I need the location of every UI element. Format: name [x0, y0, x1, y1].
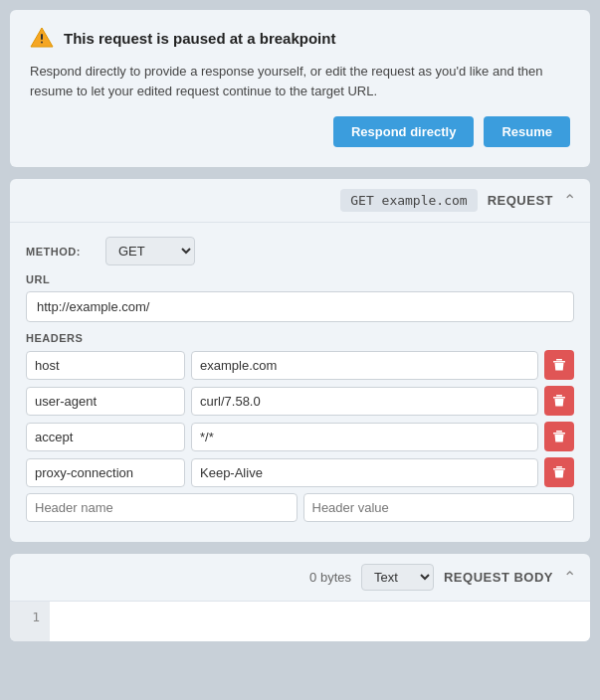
- request-panel-body: METHOD: GET POST PUT DELETE PATCH URL HE…: [10, 223, 590, 542]
- request-panel-header: GET example.com REQUEST ⌃: [10, 179, 590, 223]
- header-name-user-agent[interactable]: [26, 387, 185, 416]
- url-section: URL: [26, 273, 574, 322]
- bytes-display: 0 bytes: [309, 570, 351, 585]
- header-name-accept[interactable]: [26, 423, 185, 451]
- request-panel: GET example.com REQUEST ⌃ METHOD: GET PO…: [10, 179, 590, 542]
- svg-rect-6: [556, 431, 562, 433]
- headers-label: HEADERS: [26, 332, 574, 344]
- resume-button[interactable]: Resume: [484, 116, 570, 147]
- request-chevron-icon[interactable]: ⌃: [563, 191, 576, 210]
- delete-header-accept-button[interactable]: [544, 422, 574, 451]
- url-input[interactable]: [26, 291, 574, 322]
- header-value-new[interactable]: [303, 493, 575, 522]
- respond-directly-button[interactable]: Respond directly: [333, 116, 474, 147]
- method-label: METHOD:: [26, 246, 96, 258]
- header-value-accept[interactable]: [191, 423, 538, 451]
- editor-area: 1: [10, 601, 590, 641]
- badge-host: example.com: [382, 193, 468, 208]
- trash-icon: [552, 430, 566, 443]
- delete-header-user-agent-button[interactable]: [544, 386, 574, 416]
- request-body-section-title: REQUEST BODY: [444, 570, 553, 585]
- body-type-select[interactable]: Text JSON XML Form: [361, 564, 434, 591]
- breakpoint-buttons: Respond directly Resume: [30, 116, 570, 147]
- method-row: METHOD: GET POST PUT DELETE PATCH: [26, 237, 574, 265]
- svg-rect-4: [556, 395, 562, 397]
- delete-header-proxy-connection-button[interactable]: [544, 457, 574, 487]
- svg-point-0: [41, 42, 43, 44]
- bytes-unit: bytes: [320, 570, 351, 585]
- svg-rect-5: [553, 433, 565, 435]
- request-section-title: REQUEST: [488, 193, 553, 208]
- breakpoint-title: This request is paused at a breakpoint: [64, 30, 335, 47]
- headers-section: HEADERS: [26, 332, 574, 522]
- header-row-host: [26, 350, 574, 380]
- header-name-new[interactable]: [26, 493, 298, 522]
- trash-icon: [552, 358, 566, 372]
- editor-content[interactable]: [50, 602, 590, 641]
- breakpoint-panel: This request is paused at a breakpoint R…: [10, 10, 590, 167]
- line-number-1: 1: [20, 610, 40, 624]
- header-row-accept: [26, 422, 574, 451]
- header-value-host[interactable]: [191, 351, 538, 380]
- trash-icon: [552, 465, 566, 479]
- request-body-header: 0 bytes Text JSON XML Form REQUEST BODY …: [10, 554, 590, 601]
- header-row-new: [26, 493, 574, 522]
- svg-rect-3: [553, 397, 565, 399]
- url-label: URL: [26, 273, 574, 285]
- request-body-chevron-icon[interactable]: ⌃: [563, 568, 576, 587]
- header-row-user-agent: [26, 386, 574, 416]
- header-name-host[interactable]: [26, 351, 185, 380]
- svg-rect-2: [556, 359, 562, 361]
- breakpoint-header: This request is paused at a breakpoint: [30, 26, 570, 50]
- method-select[interactable]: GET POST PUT DELETE PATCH: [105, 237, 195, 265]
- header-name-proxy-connection[interactable]: [26, 458, 185, 487]
- header-row-proxy-connection: [26, 457, 574, 487]
- header-value-proxy-connection[interactable]: [191, 458, 538, 487]
- svg-rect-7: [553, 468, 565, 470]
- breakpoint-description: Respond directly to provide a response y…: [30, 62, 570, 100]
- method-url-badge: GET example.com: [340, 189, 477, 212]
- header-value-user-agent[interactable]: [191, 387, 538, 416]
- svg-rect-8: [556, 466, 562, 468]
- warning-icon: [30, 26, 54, 50]
- request-body-panel: 0 bytes Text JSON XML Form REQUEST BODY …: [10, 554, 590, 641]
- line-numbers: 1: [10, 602, 50, 641]
- trash-icon: [552, 394, 566, 408]
- svg-rect-1: [553, 361, 565, 363]
- bytes-value: 0: [309, 570, 316, 585]
- delete-header-host-button[interactable]: [544, 350, 574, 380]
- badge-method: GET: [350, 193, 373, 208]
